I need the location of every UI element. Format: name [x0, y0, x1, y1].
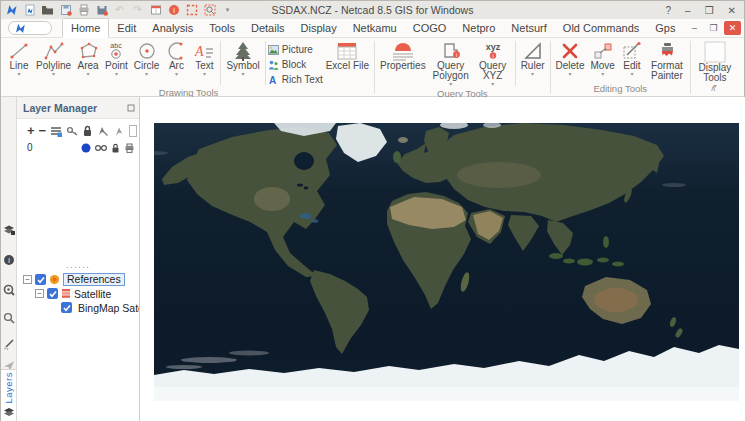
key-icon[interactable] [66, 125, 78, 137]
magnifier-icon[interactable] [2, 311, 16, 325]
tab-netsurf[interactable]: Netsurf [503, 19, 554, 37]
circle-button[interactable]: Circle▾ [131, 39, 163, 78]
move-button[interactable]: Move▾ [587, 39, 617, 78]
export-icon[interactable] [95, 4, 108, 17]
panel-title: Layer Manager [23, 102, 127, 114]
arc-button[interactable]: Arc▾ [162, 39, 190, 78]
minimize-button[interactable]: – [685, 5, 691, 16]
tab-netpro[interactable]: Netpro [454, 19, 503, 37]
bahamas-shallows [300, 213, 312, 219]
point-button[interactable]: abc Point▾ [102, 39, 131, 78]
save-icon[interactable] [59, 4, 72, 17]
satellite-checkbox[interactable] [47, 288, 58, 299]
tab-old-commands[interactable]: Old Commands [555, 19, 647, 37]
tab-display[interactable]: Display [293, 19, 345, 37]
block-button[interactable]: Block [268, 57, 323, 72]
close-button[interactable]: ✕ [728, 5, 736, 16]
edit-button[interactable]: Edit▾ [618, 39, 646, 78]
mdi-close-button[interactable]: ✕ [724, 21, 741, 35]
qat-dropdown-caret-icon[interactable]: ▾ [221, 4, 234, 17]
edit-icon [621, 41, 643, 61]
visibility-glasses-icon[interactable] [95, 143, 107, 152]
panel-splitter[interactable]: ······ [17, 263, 139, 271]
rich-text-button[interactable]: A Rich Text [268, 72, 323, 87]
expand-toggle[interactable]: − [35, 289, 44, 298]
format-painter-button[interactable]: Format Painter [646, 39, 688, 81]
layer-list-button[interactable] [50, 125, 62, 137]
tree-row-references[interactable]: − References [17, 273, 139, 287]
pin-icon[interactable] [127, 104, 135, 112]
query-xyz-button[interactable]: xyzi Query XYZ▾ [473, 39, 513, 88]
info-icon[interactable]: i [167, 4, 180, 17]
sketch-icon[interactable] [2, 337, 16, 351]
restore-button[interactable]: ❐ [705, 5, 714, 16]
line-button[interactable]: Line▾ [5, 39, 33, 78]
tree-row-bingmap[interactable]: BingMap Satellite I [17, 301, 139, 315]
area-button[interactable]: Area▾ [74, 39, 102, 78]
print-icon[interactable] [77, 4, 90, 17]
info-circle-icon[interactable]: i [2, 253, 16, 267]
select-arrow-icon[interactable] [97, 125, 109, 137]
excel-file-button[interactable]: Excel File [323, 39, 372, 71]
collapse-ribbon-button[interactable]: ∧ [710, 84, 716, 93]
tab-analysis[interactable]: Analysis [144, 19, 201, 37]
new-document-icon[interactable] [23, 4, 36, 17]
properties-button[interactable]: Properties [377, 39, 429, 71]
world-map-canvas[interactable] [154, 123, 739, 401]
polyline-button[interactable]: Polyline▾ [33, 39, 74, 78]
layer-row-zero[interactable]: 0 [17, 140, 139, 155]
remove-layer-button[interactable]: − [39, 125, 47, 137]
add-layer-button[interactable]: + [27, 125, 35, 137]
print-row-icon[interactable] [124, 143, 135, 153]
app-menu-button[interactable] [8, 21, 52, 35]
mdi-minimize-button[interactable]: – [686, 21, 703, 35]
mdi-restore-button[interactable]: ❐ [705, 21, 722, 35]
picture-icon [268, 45, 279, 55]
layers-side-tab[interactable]: Layers [1, 369, 16, 421]
layer-color-dot[interactable] [81, 143, 91, 153]
text-button[interactable]: A Text▾ [190, 39, 218, 78]
tab-gps[interactable]: Gps [647, 19, 683, 37]
tab-details[interactable]: Details [243, 19, 293, 37]
symbol-button[interactable]: Symbol▾ [223, 39, 262, 78]
bingmap-checkbox[interactable] [61, 302, 72, 313]
svg-text:abc: abc [111, 42, 123, 49]
layers-book-icon[interactable] [2, 223, 16, 237]
great-lakes-2 [304, 187, 309, 190]
delete-button[interactable]: Delete▾ [553, 39, 588, 78]
tab-cogo[interactable]: COGO [405, 19, 455, 37]
picture-button[interactable]: Picture [268, 42, 323, 57]
tab-netkamu[interactable]: Netkamu [345, 19, 405, 37]
table-window-icon[interactable] [149, 4, 162, 17]
query-polygon-button[interactable]: i Query Polygon▾ [429, 39, 473, 88]
references-label[interactable]: References [63, 273, 125, 286]
select-region-icon[interactable] [185, 4, 198, 17]
tab-tools[interactable]: Tools [201, 19, 243, 37]
britain [393, 151, 401, 163]
antarctica-bright [154, 387, 739, 401]
select-arrow-alt-icon[interactable] [113, 125, 125, 137]
help-button[interactable]: ? [666, 5, 672, 16]
undo-icon[interactable]: ↶ [113, 4, 126, 17]
caribbean-shallows [312, 219, 319, 223]
tree-row-satellite[interactable]: − Satellite [17, 287, 139, 301]
bingmap-label[interactable]: BingMap Satellite I [78, 302, 139, 314]
display-tools-button[interactable]: Display Tools▾ [693, 39, 737, 90]
mdi-window-controls: – ❐ ✕ [686, 21, 741, 35]
layer-list-empty-area[interactable] [17, 155, 139, 263]
map-viewport[interactable] [140, 97, 745, 421]
row-lock-icon[interactable] [111, 143, 120, 153]
tab-edit[interactable]: Edit [109, 19, 144, 37]
zoom-region-icon[interactable] [203, 4, 216, 17]
tab-home[interactable]: Home [62, 18, 109, 38]
shell-icon[interactable] [2, 283, 16, 297]
ruler-button[interactable]: Ruler▾ [518, 39, 548, 78]
swatch-box[interactable] [129, 125, 137, 137]
redo-icon[interactable]: ↷ [131, 4, 144, 17]
expand-toggle[interactable]: − [23, 275, 32, 284]
netcad-logo-icon[interactable] [5, 4, 18, 17]
references-checkbox[interactable] [35, 274, 46, 285]
open-folder-icon[interactable] [41, 4, 54, 17]
lock-icon[interactable] [82, 125, 93, 137]
satellite-label[interactable]: Satellite [74, 288, 111, 300]
